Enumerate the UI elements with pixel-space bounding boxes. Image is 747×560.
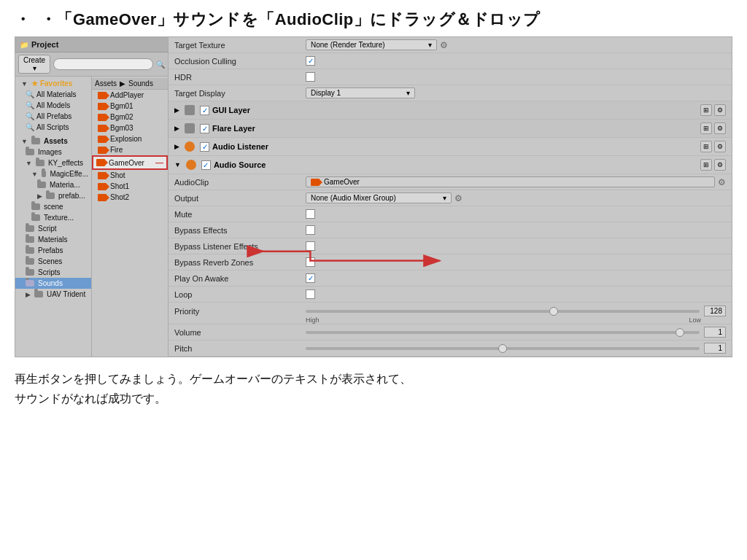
list-item-explosion[interactable]: Explosion	[92, 133, 168, 144]
sidebar-item-ky-effects[interactable]: ▼ KY_effects	[15, 158, 91, 168]
audio-source-gear-button[interactable]: ⚙	[714, 159, 726, 171]
assets-header[interactable]: ▼ Assets	[15, 136, 91, 147]
flare-layer-component: ▶ ✓ Flare Layer ⊞ ⚙	[169, 120, 732, 138]
sidebar-item-images[interactable]: Images	[15, 147, 91, 158]
audio-listener-menu-button[interactable]: ⊞	[700, 141, 712, 152]
audio-source-name: Audio Source	[214, 160, 697, 169]
target-texture-dropdown[interactable]: None (Render Texture) ▾	[306, 39, 437, 50]
audio-listener-name: Audio Listener	[212, 142, 697, 151]
list-item-bgm03[interactable]: Bgm03	[92, 122, 168, 133]
magic-folder-icon	[42, 171, 46, 177]
search-icon: 🔍	[26, 123, 34, 131]
sidebar-item-all-materials[interactable]: 🔍 All Materials	[15, 89, 91, 100]
search-icon: 🔍	[26, 101, 34, 109]
bypass-listener-checkbox[interactable]	[306, 241, 315, 251]
panel-title: Project	[31, 40, 58, 49]
audio-listener-gear-button[interactable]: ⚙	[714, 141, 726, 152]
flare-layer-checkbox[interactable]: ✓	[200, 124, 209, 133]
pitch-value[interactable]: 1	[704, 343, 726, 354]
occlusion-culling-checkbox[interactable]: ✓	[306, 56, 315, 66]
expand-gui-icon: ▶	[174, 106, 179, 114]
occlusion-culling-label: Occlusion Culling	[174, 57, 306, 66]
list-item-shot[interactable]: Shot	[92, 170, 168, 181]
hdr-checkbox[interactable]	[306, 72, 315, 82]
occlusion-culling-value: ✓	[306, 56, 726, 66]
volume-value[interactable]: 1	[704, 327, 726, 338]
play-on-awake-row: Play On Awake ✓	[169, 271, 732, 287]
list-item-shot2[interactable]: Shot2	[92, 192, 168, 203]
create-button[interactable]: Create ▾	[18, 55, 50, 74]
sidebar-item-prefab[interactable]: ▶ prefab...	[15, 190, 91, 201]
list-item-bgm01[interactable]: Bgm01	[92, 101, 168, 112]
sidebar-item-magiceffe[interactable]: ▼ MagicEffe...	[15, 168, 91, 179]
gui-layer-menu-button[interactable]: ⊞	[700, 104, 712, 116]
play-on-awake-checkbox[interactable]: ✓	[306, 273, 315, 283]
priority-high-label: High	[306, 316, 320, 324]
chevron-down-icon: ▾	[406, 89, 410, 97]
sidebar-item-scenes[interactable]: Scenes	[15, 256, 91, 267]
output-value: None (Audio Mixer Group) ▾ ⚙	[306, 192, 726, 203]
scenes-folder-icon	[26, 258, 34, 265]
audio-clip-gear-icon[interactable]: ⚙	[718, 177, 726, 187]
priority-value[interactable]: 128	[704, 306, 726, 316]
sidebar-item-scripts[interactable]: Scripts	[15, 267, 91, 278]
sidebar-item-scene[interactable]: scene	[15, 201, 91, 212]
list-item-bgm02[interactable]: Bgm02	[92, 112, 168, 122]
output-dropdown[interactable]: None (Audio Mixer Group) ▾	[306, 192, 452, 203]
volume-thumb[interactable]	[676, 328, 684, 337]
sidebar-item-all-scripts[interactable]: 🔍 All Scripts	[15, 122, 91, 133]
audio-clip-value: GameOver ⚙	[306, 176, 726, 187]
audio-source-menu-button[interactable]: ⊞	[700, 159, 712, 171]
bypass-effects-checkbox[interactable]	[306, 225, 315, 235]
sidebar-item-materia[interactable]: Materia...	[15, 179, 91, 190]
chevron-down-icon: ▾	[428, 41, 432, 49]
folder-icon: 📁	[20, 41, 28, 49]
target-display-label: Target Display	[174, 89, 306, 98]
output-gear-icon[interactable]: ⚙	[454, 193, 462, 203]
project-panel: 📁 Project Create ▾ 🔍 ⚙ ★ ▼ ★ Favorites �	[15, 37, 169, 357]
sidebar-item-script[interactable]: Script	[15, 223, 91, 234]
flare-layer-gear-button[interactable]: ⚙	[714, 122, 726, 134]
pitch-thumb[interactable]	[498, 344, 507, 353]
priority-low-label: Low	[689, 316, 701, 324]
prefabs-folder-icon	[26, 247, 34, 254]
audio-source-checkbox[interactable]: ✓	[201, 160, 211, 170]
gui-layer-icon	[185, 105, 195, 115]
priority-thumb[interactable]	[549, 307, 558, 316]
favorites-header[interactable]: ▼ ★ Favorites	[15, 78, 91, 89]
volume-row: Volume 1	[169, 324, 732, 341]
audio-clip-dropdown[interactable]: GameOver	[306, 176, 715, 187]
page-title: ・ ・「GameOver」サウンドを「AudioClip」にドラッグ＆ドロップ	[0, 0, 747, 36]
sidebar-item-texture[interactable]: Texture...	[15, 212, 91, 223]
audio-listener-checkbox[interactable]: ✓	[200, 142, 209, 152]
flare-layer-menu-button[interactable]: ⊞	[700, 122, 712, 134]
sidebar-item-sounds[interactable]: Sounds	[15, 278, 91, 289]
expand-listener-icon: ▶	[174, 143, 179, 150]
sidebar-item-materials[interactable]: Materials	[15, 234, 91, 245]
loop-checkbox[interactable]	[306, 289, 315, 299]
bypass-effects-label: Bypass Effects	[174, 226, 306, 235]
list-item-shot1[interactable]: Shot1	[92, 181, 168, 192]
expand-flare-icon: ▶	[174, 125, 179, 132]
mute-checkbox[interactable]	[306, 209, 315, 219]
sidebar-item-all-models[interactable]: 🔍 All Models	[15, 100, 91, 111]
pitch-track	[306, 347, 700, 350]
panel-header: 📁 Project	[15, 37, 168, 52]
list-item-gameover[interactable]: GameOver —	[92, 155, 168, 170]
gear-icon[interactable]: ⚙	[440, 40, 448, 50]
volume-label: Volume	[174, 328, 306, 337]
target-display-dropdown[interactable]: Display 1 ▾	[306, 88, 415, 98]
sidebar-item-uav[interactable]: ▶ UAV Trident	[15, 289, 91, 300]
sidebar-item-prefabs[interactable]: Prefabs	[15, 245, 91, 256]
sidebar-item-all-prefabs[interactable]: 🔍 All Prefabs	[15, 111, 91, 122]
audio-clip-label: AudioClip	[174, 178, 306, 187]
list-item-addplayer[interactable]: AddPlayer	[92, 90, 168, 101]
search-input[interactable]	[53, 58, 153, 70]
priority-label: Priority	[174, 307, 306, 316]
priority-labels: High Low	[306, 316, 726, 324]
gui-layer-gear-button[interactable]: ⚙	[714, 104, 726, 116]
flare-layer-icon	[185, 123, 195, 133]
list-item-fire[interactable]: Fire	[92, 144, 168, 155]
gui-layer-checkbox[interactable]: ✓	[200, 106, 209, 115]
bypass-reverb-checkbox[interactable]	[306, 257, 315, 267]
